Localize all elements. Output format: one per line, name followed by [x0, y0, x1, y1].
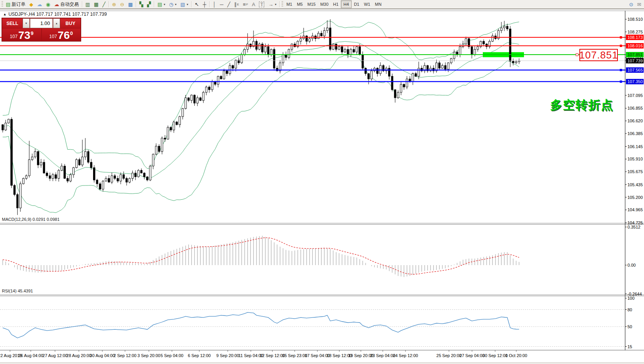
line-marker[interactable]: [620, 80, 622, 83]
buy-price-prefix: 107: [49, 34, 57, 39]
window-bottom-strip: [0, 362, 644, 364]
price-level-badge-text: 107.739: [627, 58, 643, 63]
text-tool[interactable]: A: [250, 0, 257, 8]
buy-button[interactable]: BUY: [60, 18, 80, 28]
bar-chart-icon: ▥: [85, 2, 90, 7]
line-marker[interactable]: [620, 36, 622, 38]
new-order-button[interactable]: ▤新订单: [4, 0, 27, 8]
crosshair-tool[interactable]: ┼: [201, 0, 208, 8]
volume-input[interactable]: 1.00: [30, 18, 53, 28]
toolbar-grip[interactable]: [282, 1, 283, 7]
macd-histogram: [3, 236, 519, 277]
collapse-triangle-icon[interactable]: ▲: [3, 12, 7, 16]
volume-up-spinner[interactable]: ▲: [53, 18, 60, 28]
mt4-terminal-window: { "toolbar": { "items": [ {"name":"new-o…: [0, 0, 644, 364]
callout-anchor-marker[interactable]: [576, 53, 578, 56]
new-chart-icon: ▤: [157, 2, 162, 7]
autotrading-button-label: 自动交易: [60, 1, 79, 8]
terminal-diamond-icon[interactable]: ◆: [27, 0, 35, 8]
price-chart-canvas[interactable]: 108.510108.275107.800107.095106.855106.6…: [0, 9, 644, 364]
date-tick-label: 30 Sep 12:00: [482, 353, 507, 358]
toolbar-separator: [154, 1, 154, 7]
terminal-diamond-icon-icon: ◆: [29, 2, 33, 7]
level-lines[interactable]: [0, 36, 625, 83]
timeframe-mn-button[interactable]: MN: [372, 1, 384, 8]
toolbar-separator: [136, 1, 136, 7]
vertical-line-tool[interactable]: │: [211, 0, 218, 8]
chevron-down-icon: ▾: [275, 3, 276, 6]
new-chart-dropdown[interactable]: ▤▾: [155, 0, 167, 8]
timeframe-m30-button[interactable]: M30: [318, 1, 330, 8]
price-level-callout[interactable]: 107.851: [579, 49, 618, 61]
arrows-icon: →: [268, 2, 273, 7]
line-chart-icon: ╱: [102, 2, 105, 7]
market-watch-cloud-icon[interactable]: ☁: [35, 0, 44, 8]
arrange-charts-icon: ▚: [139, 2, 143, 7]
zoom-in-button[interactable]: ⊕: [110, 0, 118, 8]
price-tick-label: 105.675: [627, 169, 643, 174]
toolbar-grip[interactable]: [2, 1, 3, 7]
template-dropdown[interactable]: ▧▾: [179, 0, 190, 8]
signals-icon[interactable]: ◉: [44, 0, 52, 8]
price-tick-label: 106.145: [627, 144, 643, 149]
turning-point-annotation[interactable]: 多空转折点: [550, 97, 614, 113]
arrange-charts-alt-icon: ▞: [147, 2, 151, 7]
line-marker[interactable]: [620, 45, 622, 47]
arrows-dropdown[interactable]: →▾: [266, 0, 278, 8]
main-toolbar: ▤新订单◆☁◉☁自动交易▥▦╱⊕⊖▩▚▞▤▾◷▾▧▾↖┼│─╱∥E≡FAT→▾M…: [0, 0, 644, 9]
cursor-icon: ↖: [195, 2, 199, 7]
fibonacci-tool[interactable]: ≡F: [241, 0, 250, 8]
date-tick-label: 26 Aug 04:00: [18, 353, 43, 358]
date-tick-label: 2 Sep 12:00: [113, 353, 136, 358]
chevron-down-icon: ▾: [175, 3, 177, 6]
periods-dropdown[interactable]: ◷▾: [167, 0, 178, 8]
zoom-out-icon: ⊖: [120, 2, 124, 7]
text-label-tool[interactable]: T: [257, 0, 266, 8]
chat-icon: ✉: [637, 2, 641, 7]
arrange-charts-alt-button[interactable]: ▞: [145, 0, 153, 8]
search-button[interactable]: ⊙: [627, 0, 635, 8]
trendline-tool[interactable]: ╱: [225, 0, 232, 8]
autotrading-button[interactable]: ☁自动交易: [52, 0, 81, 8]
candlestick-chart-button[interactable]: ▦: [92, 0, 100, 8]
line-marker[interactable]: [620, 69, 622, 71]
time-axis[interactable]: 22 Aug 201926 Aug 04:0027 Aug 12:0028 Au…: [0, 350, 527, 358]
sell-price-big: 73: [18, 30, 30, 40]
vertical-line-icon: │: [213, 2, 216, 7]
sell-price-button[interactable]: 107 73 9: [2, 28, 41, 41]
price-tick-label: 108.275: [627, 30, 643, 34]
macd-tick-label: 0.3512: [627, 225, 641, 229]
cursor-tool[interactable]: ↖: [193, 0, 201, 8]
timeframe-m15-button[interactable]: M15: [305, 1, 318, 8]
price-tick-label: 106.620: [627, 119, 643, 123]
price-axis[interactable]: 108.510108.275107.800107.095106.855106.6…: [625, 17, 644, 349]
market-watch-cloud-icon-icon: ☁: [37, 2, 42, 7]
channel-tool[interactable]: ∥E: [232, 0, 241, 8]
zoom-out-button[interactable]: ⊖: [118, 0, 126, 8]
price-tick-label: 105.910: [627, 157, 643, 161]
timeframe-w1-button[interactable]: W1: [362, 1, 373, 8]
timeframe-m5-button[interactable]: M5: [295, 1, 305, 8]
buy-price-button[interactable]: 107 76 0: [42, 28, 81, 41]
date-tick-label: 5 Sep 04:00: [160, 353, 183, 358]
timeframe-m1-button[interactable]: M1: [284, 1, 294, 8]
bar-chart-button[interactable]: ▥: [83, 0, 92, 8]
sell-price-pip: 9: [31, 30, 33, 36]
date-tick-label: 15 Sep 23:00: [282, 353, 307, 358]
date-tick-label: 19 Sep 20:00: [348, 353, 373, 358]
toolbar-separator: [209, 1, 210, 7]
rsi-pane: [0, 310, 625, 347]
sell-button[interactable]: SELL: [2, 18, 22, 28]
line-chart-button[interactable]: ╱: [100, 0, 107, 8]
tile-windows-button[interactable]: ▩: [126, 0, 135, 8]
volume-down-spinner[interactable]: ▼: [23, 18, 30, 28]
chart-window[interactable]: 108.510108.275107.800107.095106.855106.6…: [0, 9, 644, 364]
channel-icon: ∥: [234, 2, 237, 7]
timeframe-d1-button[interactable]: D1: [352, 1, 362, 8]
horizontal-line-tool[interactable]: ─: [218, 0, 225, 8]
timeframe-h4-button[interactable]: H4: [341, 0, 352, 8]
arrange-charts-button[interactable]: ▚: [137, 0, 145, 8]
chevron-down-icon: ▾: [164, 3, 165, 6]
chat-button[interactable]: ✉: [635, 0, 643, 8]
timeframe-h1-button[interactable]: H1: [331, 1, 341, 8]
